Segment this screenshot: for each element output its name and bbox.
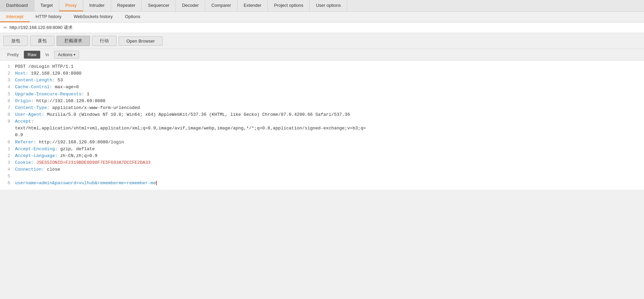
request-header-line: Accept-Language: zh-CN,zh;q=0.9	[15, 153, 641, 159]
request-cookie-line: Cookie: JSESSIONID=F2319BDE0D98F7E5F683A…	[15, 159, 641, 166]
request-line: 4Cache-Control: max-age=0	[3, 84, 641, 91]
request-header-line: Origin: http://192.168.120.69:8080	[15, 98, 641, 105]
pretty-btn[interactable]: Pretty	[3, 51, 22, 59]
line-number: 3	[3, 77, 10, 84]
top-nav-tab-project-options[interactable]: Project options	[268, 0, 310, 11]
action-btn[interactable]: 行动	[92, 36, 117, 46]
request-line: 9Accept:	[3, 118, 641, 125]
top-nav-tab-target[interactable]: Target	[34, 0, 59, 11]
line-number: 8	[3, 111, 10, 118]
request-header-line: Content-Type: application/x-www-form-url…	[15, 105, 641, 111]
request-line: 5Upgrade-Insecure-Requests: 1	[3, 91, 641, 98]
sub-nav-tab-websockets-history[interactable]: WebSockets history	[67, 12, 119, 22]
request-line: 0Referer: http://192.168.120.69:8080/log…	[3, 139, 641, 146]
forward-btn[interactable]: 放包	[3, 36, 28, 46]
drop-btn[interactable]: 废包	[30, 36, 55, 46]
intercept-btn[interactable]: 拦截请求	[57, 36, 90, 46]
request-line: 1Accept-Encoding: gzip, deflate	[3, 146, 641, 153]
chevron-down-icon: ▾	[74, 53, 75, 57]
line-number: 3	[3, 159, 10, 166]
request-line: 1POST /doLogin HTTP/1.1	[3, 63, 641, 70]
line-number: 2	[3, 153, 10, 159]
line-number: 2	[3, 70, 10, 77]
line-number: 4	[3, 84, 10, 91]
line-number: 1	[3, 63, 10, 70]
line-number: 0	[3, 139, 10, 146]
request-line: 4Connection: close	[3, 166, 641, 173]
request-header-line: Upgrade-Insecure-Requests: 1	[15, 91, 641, 98]
request-content: 1POST /doLogin HTTP/1.12Host: 192.168.12…	[0, 61, 644, 190]
request-header-line: User-Agent: Mozilla/5.0 (Windows NT 10.0…	[15, 111, 641, 118]
line-number: 6	[3, 180, 10, 187]
sub-nav-tab-intercept[interactable]: Intercept	[0, 12, 30, 22]
open-browser-btn[interactable]: Open Browser	[119, 36, 163, 46]
request-header-line: Accept-Encoding: gzip, deflate	[15, 146, 641, 153]
line-number: 7	[3, 105, 10, 111]
top-nav-tab-dashboard[interactable]: Dashboard	[0, 0, 34, 11]
sub-nav: InterceptHTTP historyWebSockets historyO…	[0, 12, 644, 22]
top-nav-tab-decoder[interactable]: Decoder	[176, 0, 205, 11]
request-header-line: Referer: http://192.168.120.69:8080/logi…	[15, 139, 641, 146]
line-number: 9	[3, 118, 10, 125]
request-body-line: username=admin&password=vulhub&rememberm…	[15, 180, 641, 187]
top-nav-tab-intruder[interactable]: Intruder	[83, 0, 111, 11]
request-line: 0.9	[3, 132, 641, 139]
request-line: text/html,application/xhtml+xml,applicat…	[3, 125, 641, 132]
request-line: 2Host: 192.168.120.69:8080	[3, 70, 641, 77]
request-line: 5	[3, 173, 641, 180]
line-number: 1	[3, 146, 10, 153]
top-nav-tab-extender[interactable]: Extender	[237, 0, 268, 11]
request-header-line: Cache-Control: max-age=0	[15, 84, 641, 91]
line-number: 5	[3, 173, 10, 180]
request-line: 8User-Agent: Mozilla/5.0 (Windows NT 10.…	[3, 111, 641, 118]
line-number: 6	[3, 98, 10, 105]
request-header-line: Content-Length: 53	[15, 77, 641, 84]
line-number: 5	[3, 91, 10, 98]
url-text: http://192.168.120.69:8080 请求	[10, 25, 73, 31]
sub-nav-tab-options[interactable]: Options	[119, 12, 147, 22]
request-line: 7Content-Type: application/x-www-form-ur…	[3, 105, 641, 111]
request-method-line: POST /doLogin HTTP/1.1	[15, 63, 641, 70]
sub-nav-tab-http-history[interactable]: HTTP history	[30, 12, 68, 22]
request-line: 3Cookie: JSESSIONID=F2319BDE0D98F7E5F683…	[3, 159, 641, 166]
url-bar: ✏ http://192.168.120.69:8080 请求	[0, 22, 644, 33]
top-nav-tab-proxy[interactable]: Proxy	[59, 0, 83, 11]
request-header-line: Connection: close	[15, 166, 641, 173]
top-nav-tab-user-options[interactable]: User options	[310, 0, 347, 11]
request-line: 6Origin: http://192.168.120.69:8080	[3, 98, 641, 105]
request-header-line: Host: 192.168.120.69:8080	[15, 70, 641, 77]
actions-label: Actions	[58, 52, 73, 57]
top-nav-tab-sequencer[interactable]: Sequencer	[142, 0, 176, 11]
request-continuation-line: 0.9	[15, 132, 641, 139]
line-number: 4	[3, 166, 10, 173]
request-header-line: Accept:	[15, 118, 641, 125]
request-continuation-line: text/html,application/xhtml+xml,applicat…	[15, 125, 641, 132]
request-line: 6username=admin&password=vulhub&remember…	[3, 180, 641, 187]
top-nav-tab-repeater[interactable]: Repeater	[111, 0, 142, 11]
top-nav-tab-comparer[interactable]: Comparer	[205, 0, 237, 11]
actions-dropdown-btn[interactable]: Actions ▾	[54, 51, 79, 59]
raw-btn[interactable]: Raw	[24, 51, 40, 59]
request-line: 2Accept-Language: zh-CN,zh;q=0.9	[3, 153, 641, 159]
request-line: 3Content-Length: 53	[3, 77, 641, 84]
top-nav: DashboardTargetProxyIntruderRepeaterSequ…	[0, 0, 644, 12]
edit-icon: ✏	[3, 25, 7, 30]
format-bar: Pretty Raw \n Actions ▾	[0, 49, 644, 61]
newline-btn[interactable]: \n	[42, 51, 53, 59]
text-cursor	[156, 181, 157, 185]
button-bar: 放包废包拦截请求行动Open Browser	[0, 33, 644, 49]
